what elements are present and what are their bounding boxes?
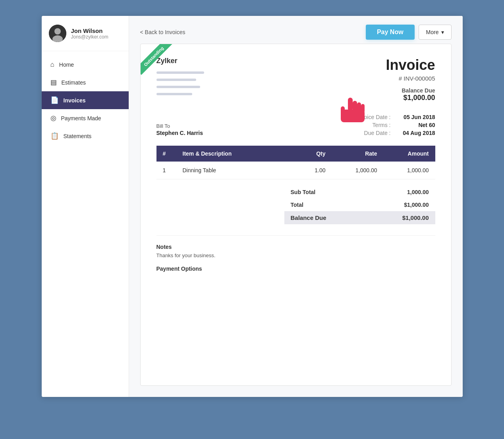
balance-due-total-row: Balance Due $1,000.00 (284, 211, 435, 224)
sub-total-label: Sub Total (291, 189, 316, 195)
col-rate: Rate (332, 146, 384, 162)
user-name: Jon Wilson (71, 27, 108, 34)
due-date-row: Due Date : 04 Aug 2018 (357, 130, 435, 136)
user-section: Jon Wilson Jons@zylker.com (42, 16, 129, 51)
invoice-table: # Item & Description Qty Rate Amount 1 D… (156, 146, 435, 179)
ribbon-wrapper: Outstanding (141, 44, 176, 80)
total-label: Total (291, 202, 303, 208)
company-line-3 (156, 86, 200, 88)
pay-now-button[interactable]: Pay Now (366, 25, 415, 40)
col-num: # (156, 146, 176, 162)
sidebar-item-home[interactable]: ⌂ Home (42, 56, 129, 73)
sub-total-value: 1,000.00 (407, 189, 429, 195)
svg-point-1 (54, 28, 61, 35)
invoice-date-label: Invoice Date : (357, 114, 391, 120)
row-rate: 1,000.00 (332, 162, 384, 179)
invoice-date-row: Invoice Date : 05 Jun 2018 (357, 114, 435, 120)
invoice-header-row: Zylker Invoice # INV-000005 Balance Due … (156, 57, 435, 102)
nav-menu: ⌂ Home ▤ Estimates 📄 Invoices ◎ Payments… (42, 51, 129, 150)
user-info: Jon Wilson Jons@zylker.com (71, 27, 108, 40)
top-bar: < Back to Invoices Pay Now More ▾ (129, 16, 463, 44)
invoice-card: Outstanding (140, 44, 452, 386)
terms-label: Terms : (373, 122, 391, 128)
invoice-meta-row: Bill To Stephen C. Harris Invoice Date :… (156, 114, 435, 136)
balance-due-amount: $1,000.00 (386, 94, 435, 102)
total-value: $1,000.00 (404, 202, 429, 208)
due-date-label: Due Date : (364, 130, 391, 136)
invoice-title-section: Invoice # INV-000005 Balance Due $1,000.… (386, 57, 435, 102)
notes-section: Notes Thanks for your business. Payment … (156, 235, 435, 272)
sidebar: Jon Wilson Jons@zylker.com ⌂ Home ▤ Esti… (42, 16, 129, 397)
sidebar-item-statements-label: Statements (64, 133, 92, 139)
bill-to-label: Bill To (156, 123, 203, 129)
table-header-row: # Item & Description Qty Rate Amount (156, 146, 435, 162)
sidebar-item-invoices-label: Invoices (64, 97, 86, 104)
notes-text: Thanks for your business. (156, 252, 435, 258)
sidebar-item-estimates-label: Estimates (62, 79, 86, 86)
payment-options-label: Payment Options (156, 266, 435, 272)
home-icon: ⌂ (50, 61, 54, 69)
sidebar-item-payments-made[interactable]: ◎ Payments Made (42, 109, 129, 127)
invoice-date-value: 05 Jun 2018 (396, 114, 435, 120)
balance-due-section: Balance Due $1,000.00 (386, 87, 435, 102)
invoice-number: # INV-000005 (386, 75, 435, 82)
sidebar-item-invoices[interactable]: 📄 Invoices (42, 91, 129, 109)
statements-icon: 📋 (50, 132, 59, 140)
terms-row: Terms : Net 60 (357, 122, 435, 128)
sidebar-item-payments-label: Payments Made (61, 115, 101, 121)
invoices-icon: 📄 (50, 96, 59, 104)
avatar (49, 25, 66, 42)
meta-fields: Invoice Date : 05 Jun 2018 Terms : Net 6… (357, 114, 435, 136)
payments-icon: ◎ (50, 114, 56, 122)
invoice-title: Invoice (386, 57, 435, 73)
sidebar-item-home-label: Home (59, 62, 74, 68)
sidebar-item-statements[interactable]: 📋 Statements (42, 127, 129, 145)
row-num: 1 (156, 162, 176, 179)
back-to-invoices-link[interactable]: < Back to Invoices (140, 29, 185, 35)
row-description: Dinning Table (176, 162, 292, 179)
outstanding-ribbon: Outstanding (141, 44, 172, 75)
chevron-down-icon: ▾ (441, 29, 444, 35)
bill-to-name: Stephen C. Harris (156, 130, 203, 136)
sidebar-item-estimates[interactable]: ▤ Estimates (42, 73, 129, 91)
bill-to: Bill To Stephen C. Harris (156, 123, 203, 136)
main-content: < Back to Invoices Pay Now More ▾ Outsta… (129, 16, 463, 397)
more-button[interactable]: More ▾ (419, 25, 452, 40)
terms-value: Net 60 (396, 122, 435, 128)
top-bar-actions: Pay Now More ▾ (366, 25, 452, 40)
estimates-icon: ▤ (50, 78, 57, 87)
app-container: Jon Wilson Jons@zylker.com ⌂ Home ▤ Esti… (42, 16, 463, 397)
balance-due-total-value: $1,000.00 (402, 214, 429, 221)
user-email: Jons@zylker.com (71, 34, 108, 40)
col-amount: Amount (384, 146, 435, 162)
row-amount: 1,000.00 (384, 162, 435, 179)
row-qty: 1.00 (292, 162, 332, 179)
table-row: 1 Dinning Table 1.00 1,000.00 1,000.00 (156, 162, 435, 179)
more-label: More (426, 29, 439, 35)
col-qty: Qty (292, 146, 332, 162)
col-description: Item & Description (176, 146, 292, 162)
total-row: Total $1,000.00 (284, 198, 435, 211)
notes-label: Notes (156, 244, 435, 250)
balance-due-label: Balance Due (386, 87, 435, 94)
company-line-4 (156, 93, 192, 95)
invoice-body: Zylker Invoice # INV-000005 Balance Due … (141, 44, 451, 285)
totals-section: Sub Total 1,000.00 Total $1,000.00 Balan… (156, 186, 435, 224)
balance-due-total-label: Balance Due (291, 214, 326, 221)
due-date-value: 04 Aug 2018 (396, 130, 435, 136)
sub-total-row: Sub Total 1,000.00 (284, 186, 435, 198)
